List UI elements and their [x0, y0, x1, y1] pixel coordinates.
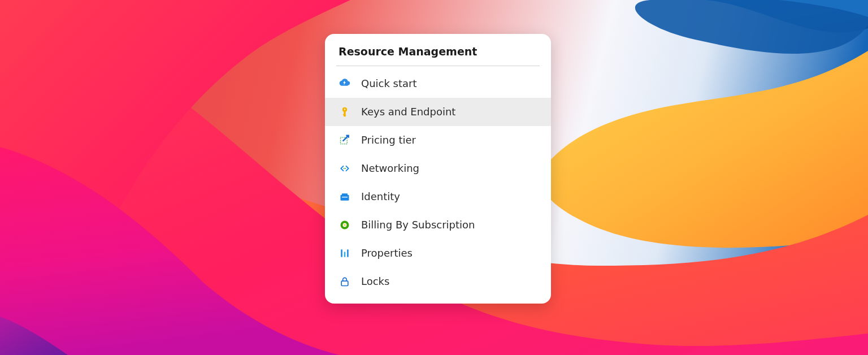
menu-item-keys-endpoint[interactable]: Keys and Endpoint — [325, 98, 551, 126]
menu-item-label: Keys and Endpoint — [361, 107, 455, 117]
networking-icon — [338, 162, 351, 175]
billing-icon — [338, 219, 351, 231]
menu-item-label: Locks — [361, 276, 389, 287]
lock-icon — [338, 275, 351, 288]
svg-rect-10 — [341, 249, 342, 257]
pricing-tier-icon — [338, 134, 351, 146]
menu-item-quick-start[interactable]: Quick start — [325, 70, 551, 98]
identity-icon — [338, 191, 351, 203]
menu-title: Resource Management — [325, 45, 551, 66]
menu-item-label: Quick start — [361, 79, 417, 89]
menu-item-label: Properties — [361, 248, 413, 258]
resource-management-menu: Resource Management Quick start Keys and… — [325, 34, 551, 304]
svg-point-9 — [344, 224, 345, 226]
menu-item-label: Networking — [361, 163, 419, 174]
menu-item-properties[interactable]: Properties — [325, 239, 551, 267]
menu-divider — [336, 66, 540, 66]
menu-item-label: Pricing tier — [361, 135, 416, 145]
svg-rect-4 — [341, 195, 349, 201]
menu-item-pricing-tier[interactable]: Pricing tier — [325, 126, 551, 154]
menu-item-networking[interactable]: Networking — [325, 154, 551, 183]
menu-item-identity[interactable]: Identity — [325, 183, 551, 211]
menu-item-billing[interactable]: Billing By Subscription — [325, 211, 551, 239]
svg-point-3 — [345, 168, 346, 169]
key-icon — [338, 106, 351, 118]
properties-icon — [338, 247, 351, 259]
svg-rect-11 — [344, 252, 346, 257]
menu-item-label: Identity — [361, 192, 400, 202]
cloud-bolt-icon — [338, 77, 351, 90]
svg-rect-13 — [341, 281, 348, 285]
menu-item-label: Billing By Subscription — [361, 220, 475, 230]
svg-rect-6 — [342, 197, 348, 197]
svg-point-2 — [344, 168, 345, 169]
svg-rect-5 — [342, 193, 348, 195]
svg-rect-12 — [347, 249, 349, 257]
menu-item-locks[interactable]: Locks — [325, 267, 551, 296]
